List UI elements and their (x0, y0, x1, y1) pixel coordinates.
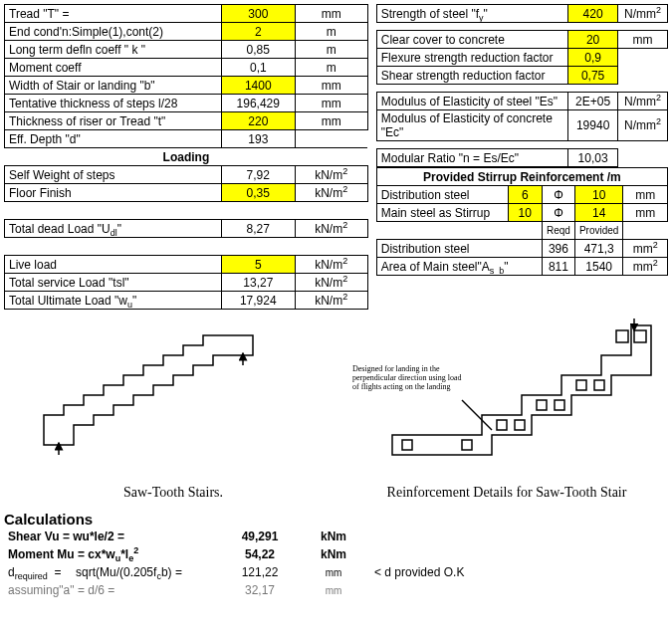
es-unit: N/mm2 (618, 93, 668, 110)
svg-rect-5 (594, 380, 604, 390)
defl-value: 0,85 (222, 41, 295, 59)
tread-value[interactable]: 300 (222, 5, 295, 23)
dreq-note: < d provided O.K (370, 563, 671, 581)
phi-icon: Φ (543, 186, 575, 204)
tsl-label: Total service Load "tsl" (5, 274, 222, 292)
tread-label: Tread "T" = (5, 5, 222, 23)
svg-rect-10 (402, 440, 412, 450)
moment-value: 54,22 (223, 545, 297, 563)
dist-d[interactable]: 10 (574, 186, 622, 204)
dist-req: 396 (543, 240, 575, 258)
reinforcement-figure: Designed for landing in the perpendicula… (342, 316, 671, 485)
dreq-pre: drequired = (4, 563, 72, 581)
ff-value[interactable]: 0,35 (222, 184, 295, 202)
ssr-label: Shear strength reduction factor (376, 67, 567, 85)
fy-label: Strength of steel "fy" (376, 5, 567, 23)
eff-value: 193 (222, 130, 295, 148)
tul-label: Total Ultimate Load "wu" (5, 292, 222, 310)
defl-label: Long term defln coeff " k " (5, 41, 222, 59)
sw-label: Self Weight of steps (5, 166, 222, 184)
tdl-unit: kN/m2 (295, 220, 367, 238)
n-label: Modular Ratio "n = Es/Ec" (376, 149, 567, 167)
tsl-unit: kN/m2 (295, 274, 367, 292)
svg-rect-6 (537, 400, 547, 410)
figure-note: Designed for landing in the perpendicula… (352, 365, 467, 391)
right-params-table: Strength of steel "fy" 420 N/mm2 Clear c… (376, 4, 668, 167)
tul-unit: kN/m2 (295, 292, 367, 310)
main-d[interactable]: 14 (574, 204, 622, 222)
width-value[interactable]: 1400 (222, 77, 295, 95)
dist-n[interactable]: 6 (508, 186, 542, 204)
ass-unit: mm (297, 581, 370, 599)
prov-header: Provided (574, 222, 622, 240)
cc-label: Clear cover to concrete (376, 31, 567, 49)
tul-value: 17,924 (222, 292, 295, 310)
loading-header: Loading (5, 148, 368, 166)
defl-unit: m (295, 41, 367, 59)
fsr-value[interactable]: 0,9 (568, 49, 618, 67)
calculations-header: Calculations (4, 511, 668, 528)
reqd-header: Reqd (543, 222, 575, 240)
main-n[interactable]: 10 (508, 204, 542, 222)
ec-value: 19940 (568, 110, 618, 141)
ff-unit: kN/m2 (295, 184, 367, 202)
as-req: 811 (543, 258, 575, 276)
as-prov: 1540 (574, 258, 622, 276)
moment-label: Moment Mu = cx*wu*le2 (4, 545, 223, 563)
ass-label: assuming"a" = d/6 = (4, 581, 223, 599)
svg-rect-4 (576, 380, 586, 390)
main-label: Main steel as Stirrup (376, 204, 508, 222)
dist-label: Distribution steel (376, 186, 508, 204)
dist2-label: Distribution steel (376, 240, 542, 258)
stirrup-table: Provided Stirrup Reinforcement /m Distri… (376, 167, 668, 276)
calc-table: Shear Vu = wu*le/2 = 49,291 kNm Moment M… (4, 528, 671, 599)
sw-unit: kN/m2 (295, 166, 367, 184)
ll-value[interactable]: 5 (222, 256, 295, 274)
main-unit: mm (623, 204, 668, 222)
ff-label: Floor Finish (5, 184, 222, 202)
shear-unit: kNm (297, 528, 370, 545)
tsl-value: 13,27 (222, 274, 295, 292)
shear-value: 49,291 (223, 528, 297, 545)
as-unit: mm2 (623, 258, 668, 276)
endcond-value[interactable]: 2 (222, 23, 295, 41)
endcond-unit: m (295, 23, 367, 41)
svg-rect-7 (555, 400, 564, 410)
cc-value[interactable]: 20 (568, 31, 618, 49)
tent-value: 196,429 (222, 95, 295, 112)
as-label: Area of Main steel"As_b" (376, 258, 542, 276)
dreq-value: 121,22 (223, 563, 297, 581)
reinf-caption: Reinforcement Details for Saw-Tooth Stai… (342, 485, 671, 501)
ssr-value[interactable]: 0,75 (568, 67, 618, 85)
ll-label: Live load (5, 256, 222, 274)
es-label: Modulus of Elasticity of steel "Es" (376, 93, 567, 110)
moment-label: Moment coeff (5, 59, 222, 77)
dreq-unit: mm (297, 563, 370, 581)
ec-unit: N/mm2 (618, 110, 668, 141)
eff-label: Eff. Depth "d" (5, 130, 222, 148)
riser-value[interactable]: 220 (222, 112, 295, 130)
sw-value: 7,92 (222, 166, 295, 184)
fsr-label: Flexure strength reduction factor (376, 49, 567, 67)
tent-unit: mm (295, 95, 367, 112)
svg-rect-2 (616, 330, 628, 342)
dist-prov: 471,3 (574, 240, 622, 258)
sawtooth-caption: Saw-Tooth Stairs. (4, 485, 342, 501)
endcond-label: End cond'n:Simple(1),cont(2) (5, 23, 222, 41)
ll-unit: kN/m2 (295, 256, 367, 274)
n-value: 10,03 (568, 149, 618, 167)
svg-rect-11 (462, 440, 472, 450)
moment-value: 0,1 (222, 59, 295, 77)
fy-value[interactable]: 420 (568, 5, 618, 23)
ass-value: 32,17 (223, 581, 297, 599)
riser-unit: mm (295, 112, 367, 130)
ec-label: Modulus of Elasticity of concrete "Ec" (376, 110, 567, 141)
stirrup-header: Provided Stirrup Reinforcement /m (376, 168, 667, 186)
sawtooth-figure (4, 316, 342, 485)
cc-unit: mm (618, 31, 668, 49)
fy-unit: N/mm2 (618, 5, 668, 23)
es-value: 2E+05 (568, 93, 618, 110)
tdl-label: Total dead Load "Udl" (5, 220, 222, 238)
dreq-label: sqrt(Mu/(0.205fcb) = (72, 563, 223, 581)
shear-label: Shear Vu = wu*le/2 = (4, 528, 223, 545)
